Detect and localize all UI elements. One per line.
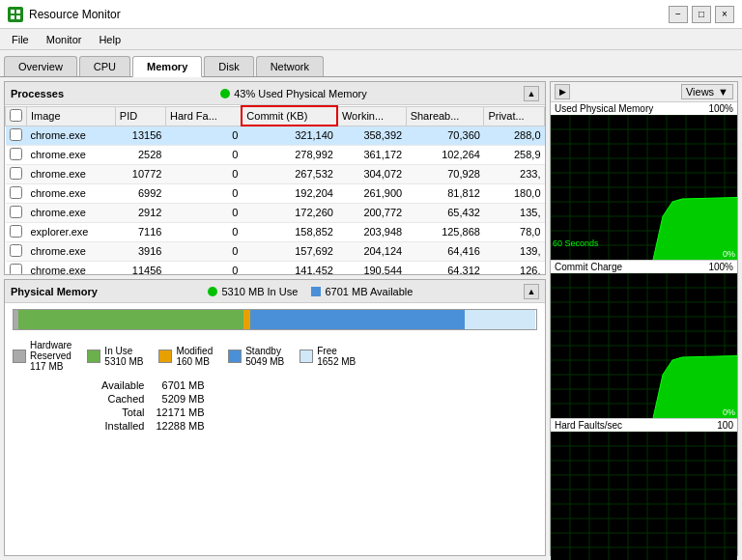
svg-rect-2: [11, 15, 14, 19]
window-controls: − □ ×: [669, 6, 734, 23]
table-cell: 0: [165, 183, 242, 203]
chart-pct-top-3: 100: [717, 420, 733, 431]
table-cell: chrome.exe: [27, 203, 116, 222]
table-row[interactable]: chrome.exe107720267,532304,07270,928233,: [6, 164, 545, 183]
right-panel-scroll-right[interactable]: ▶: [555, 84, 570, 99]
legend-sublabel-hardware: Reserved: [30, 350, 71, 361]
processes-collapse[interactable]: ▲: [524, 86, 539, 101]
table-cell: 321,140: [242, 126, 337, 145]
table-cell: 261,900: [337, 183, 406, 203]
right-panel: ▶ Views ▼ Used Physical Memory 100% 0% 6…: [550, 81, 738, 556]
select-all-checkbox[interactable]: [10, 109, 22, 122]
chart-label-3: Hard Faults/sec 100: [551, 419, 737, 432]
chart-commit-charge: Commit Charge 100% 0%: [551, 261, 737, 419]
chart-canvas-1: 0% 60 Seconds: [551, 115, 737, 260]
col-commit[interactable]: Commit (KB): [242, 106, 337, 126]
tab-cpu[interactable]: CPU: [79, 56, 130, 76]
row-checkbox[interactable]: [10, 148, 22, 160]
tab-overview[interactable]: Overview: [4, 56, 77, 76]
table-cell: 6992: [115, 183, 165, 203]
col-working[interactable]: Workin...: [337, 106, 406, 126]
processes-section: Processes 43% Used Physical Memory ▲ Ima…: [4, 81, 546, 275]
table-cell: 233,: [484, 164, 545, 183]
table-row[interactable]: explorer.exe71160158,852203,948125,86878…: [6, 222, 545, 241]
table-cell: 192,204: [242, 183, 337, 203]
processes-info: 43% Used Physical Memory: [220, 88, 367, 99]
col-checkbox[interactable]: [6, 106, 27, 126]
legend-standby: Standby 5049 MB: [228, 340, 284, 372]
table-cell: 70,360: [406, 126, 484, 145]
menu-bar: File Monitor Help: [0, 29, 742, 50]
legend-hardware-reserved: Hardware Reserved 117 MB: [13, 340, 71, 372]
memory-bar-segment: [243, 310, 250, 329]
table-cell: 126,: [484, 261, 545, 274]
menu-file[interactable]: File: [4, 32, 37, 47]
col-private[interactable]: Privat...: [484, 106, 545, 126]
green-indicator: [220, 89, 230, 98]
table-cell: chrome.exe: [27, 261, 116, 274]
table-cell: 10772: [115, 164, 165, 183]
legend-color-modified: [158, 350, 172, 363]
table-row[interactable]: chrome.exe114560141,452190,54464,312126,: [6, 261, 545, 274]
table-row[interactable]: chrome.exe39160157,692204,12464,416139,: [6, 241, 545, 261]
close-button[interactable]: ×: [715, 6, 734, 23]
row-checkbox[interactable]: [10, 264, 22, 275]
col-image[interactable]: Image: [27, 106, 116, 126]
chart-used-physical: Used Physical Memory 100% 0% 60 Seconds: [551, 102, 737, 261]
tab-network[interactable]: Network: [256, 56, 324, 76]
chart-seconds-label: 60 Seconds: [553, 238, 599, 248]
table-row[interactable]: chrome.exe131560321,140358,39270,360288,…: [6, 126, 545, 145]
row-checkbox[interactable]: [10, 244, 22, 257]
table-cell: 64,312: [406, 261, 484, 274]
table-cell: 135,: [484, 203, 545, 222]
minimize-button[interactable]: −: [669, 6, 688, 23]
row-checkbox[interactable]: [10, 206, 22, 218]
table-cell: 125,868: [406, 222, 484, 241]
table-cell: 172,260: [242, 203, 337, 222]
table-cell: 288,0: [484, 126, 545, 145]
processes-table: Image PID Hard Fa... Commit (KB) Workin.…: [5, 105, 545, 274]
col-pid[interactable]: PID: [115, 106, 165, 126]
legend-label-inuse: In Use: [104, 346, 143, 356]
menu-monitor[interactable]: Monitor: [39, 32, 90, 47]
legend-modified: Modified 160 MB: [158, 340, 213, 372]
app-title: Resource Monitor: [29, 8, 121, 21]
main-content: Processes 43% Used Physical Memory ▲ Ima…: [0, 77, 742, 560]
chart-title-2: Commit Charge: [555, 262, 622, 272]
col-shareable[interactable]: Shareab...: [406, 106, 484, 126]
table-row[interactable]: chrome.exe25280278,992361,172102,264258,…: [6, 145, 545, 164]
chart-pct-top-2: 100%: [708, 262, 733, 272]
menu-help[interactable]: Help: [91, 32, 128, 47]
stat-group: Available6701 MBCached5209 MBTotal12171 …: [101, 379, 205, 432]
tab-memory[interactable]: Memory: [132, 56, 202, 77]
table-cell: 13156: [115, 126, 165, 145]
chart-pct-bottom-1: 0%: [723, 249, 735, 259]
row-checkbox[interactable]: [10, 128, 22, 141]
stat-value: 5209 MB: [156, 393, 204, 405]
table-cell: 0: [165, 126, 242, 145]
row-checkbox[interactable]: [10, 225, 22, 238]
row-checkbox[interactable]: [10, 167, 22, 180]
table-cell: 0: [165, 203, 242, 222]
col-hardfault[interactable]: Hard Fa...: [165, 106, 242, 126]
table-row[interactable]: chrome.exe29120172,260200,77265,432135,: [6, 203, 545, 222]
tab-disk[interactable]: Disk: [204, 56, 253, 76]
views-button[interactable]: Views ▼: [681, 84, 733, 99]
stat-label: Total: [101, 406, 144, 418]
table-cell: 65,432: [406, 203, 484, 222]
memory-bar-segment: [250, 310, 465, 329]
table-cell: 157,692: [242, 241, 337, 261]
legend-label-modified: Modified: [176, 346, 213, 356]
processes-table-scroll[interactable]: Image PID Hard Fa... Commit (KB) Workin.…: [5, 105, 545, 274]
stat-label: Cached: [101, 393, 144, 405]
table-cell: chrome.exe: [27, 145, 116, 164]
table-cell: 204,124: [337, 241, 406, 261]
row-checkbox[interactable]: [10, 186, 22, 199]
table-row[interactable]: chrome.exe69920192,204261,90081,812180,0: [6, 183, 545, 203]
maximize-button[interactable]: □: [692, 6, 711, 23]
table-cell: chrome.exe: [27, 183, 116, 203]
table-cell: 141,452: [242, 261, 337, 274]
physical-memory-collapse[interactable]: ▲: [524, 284, 539, 299]
legend-label-standby: Standby: [245, 346, 284, 356]
table-cell: 3916: [115, 241, 165, 261]
